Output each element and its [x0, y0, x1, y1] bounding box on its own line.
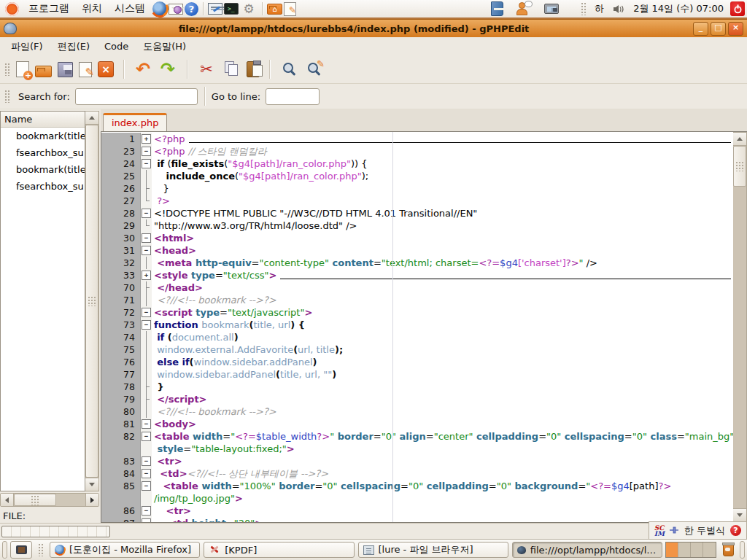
symbol-list-header[interactable]: Name	[1, 112, 85, 128]
menu-edit[interactable]: 편집(E)	[51, 38, 96, 55]
system-menu[interactable]: 시스템	[109, 1, 151, 17]
fold-margin[interactable]: −	[141, 232, 152, 244]
copy-button[interactable]	[222, 60, 241, 79]
fold-margin[interactable]: −	[141, 319, 152, 331]
fold-margin[interactable]: −	[141, 418, 152, 430]
maximize-button[interactable]: □	[711, 22, 726, 36]
fold-minus-icon[interactable]: −	[142, 320, 151, 330]
applications-menu[interactable]: 프로그램	[23, 1, 75, 17]
goto-line-input[interactable]	[266, 88, 320, 105]
symbol-list-item[interactable]: fsearchbox_su	[1, 144, 85, 161]
clock[interactable]: 2월 14일 (수) 07:00	[629, 2, 728, 15]
menu-code[interactable]: Code	[98, 39, 135, 54]
fold-margin[interactable]: −	[141, 145, 152, 158]
paste-button[interactable]	[247, 61, 260, 77]
fold-minus-icon[interactable]: −	[142, 308, 151, 317]
scim-ime-label[interactable]: 한 두벌식	[684, 524, 725, 537]
task-button[interactable]: [KPDF]	[204, 542, 354, 558]
code-area[interactable]: 1+<?php23−<?php // 스타일 랜덤칼라24− if (file_…	[101, 131, 747, 523]
symbol-list-item[interactable]: fsearchbox_su	[1, 178, 85, 195]
fold-plus-icon[interactable]: +	[142, 134, 151, 144]
workspace-4[interactable]	[703, 542, 716, 557]
save-file-button[interactable]	[58, 62, 73, 77]
input-method-indicator[interactable]: 하	[590, 2, 608, 15]
screenshot-icon[interactable]	[544, 4, 559, 14]
places-menu[interactable]: 위치	[76, 1, 108, 17]
cut-button[interactable]	[197, 60, 216, 79]
fold-minus-icon[interactable]: −	[142, 456, 151, 466]
scroll-down-button[interactable]	[733, 508, 746, 521]
undo-button[interactable]	[133, 60, 152, 79]
users-icon[interactable]	[515, 1, 533, 17]
gears-launcher-icon[interactable]	[240, 1, 258, 17]
pin-icon[interactable]	[670, 524, 679, 537]
notes-launcher-icon[interactable]	[284, 2, 296, 16]
scroll-down-button[interactable]	[85, 478, 98, 491]
fold-margin[interactable]: −	[141, 480, 152, 492]
fold-minus-icon[interactable]: −	[142, 419, 151, 429]
help-launcher-icon[interactable]	[185, 2, 198, 16]
searchbar-handle[interactable]	[4, 90, 10, 103]
code-lines[interactable]: 1+<?php23−<?php // 스타일 랜덤칼라24− if (file_…	[101, 132, 733, 522]
fold-minus-icon[interactable]: −	[142, 159, 151, 168]
fold-minus-icon[interactable]: −	[142, 209, 151, 218]
window-list-button[interactable]	[10, 541, 32, 559]
scim-logo-icon[interactable]: SCIM	[654, 525, 665, 537]
save-as-button[interactable]	[79, 62, 92, 77]
fold-minus-icon[interactable]: −	[142, 481, 151, 491]
fold-margin[interactable]: +	[141, 133, 152, 145]
workspace-1[interactable]	[666, 542, 678, 557]
scroll-right-button[interactable]	[85, 494, 98, 506]
task-button[interactable]: [lure - 파일 브라우저]	[358, 542, 508, 558]
fold-minus-icon[interactable]: −	[142, 506, 151, 516]
menu-file[interactable]: 파일(F)	[4, 38, 50, 55]
fold-margin[interactable]: −	[141, 505, 152, 517]
fold-minus-icon[interactable]: −	[142, 432, 151, 441]
fold-margin[interactable]: −	[141, 207, 152, 219]
fold-margin[interactable]: −	[141, 455, 152, 467]
close-button[interactable]: ×	[728, 22, 743, 36]
sidebar-vscroll-thumb[interactable]	[85, 125, 98, 478]
fold-plus-icon[interactable]: +	[142, 271, 151, 280]
redo-button[interactable]	[158, 60, 177, 79]
symbol-list-item[interactable]: bookmark(title	[1, 161, 85, 178]
sidebar-hscroll-thumb[interactable]	[14, 494, 56, 506]
new-file-button[interactable]	[16, 61, 29, 77]
open-file-button[interactable]	[35, 66, 52, 77]
fold-margin[interactable]: −	[141, 467, 152, 480]
workspace-3[interactable]	[691, 542, 703, 557]
fold-margin[interactable]: −	[141, 244, 152, 257]
replace-button[interactable]	[304, 60, 323, 79]
task-button[interactable]: [도훈이집 - Mozilla Firefox]	[50, 542, 200, 558]
volume-icon[interactable]	[610, 1, 627, 17]
fold-margin[interactable]: −	[141, 306, 152, 319]
distro-logo-icon[interactable]	[5, 2, 19, 16]
editor-vscroll-thumb[interactable]	[733, 146, 746, 187]
trash-applet[interactable]	[719, 541, 737, 559]
minimize-button[interactable]: _	[693, 22, 708, 36]
sidebar-vscrollbar[interactable]	[85, 111, 99, 491]
scroll-left-button[interactable]	[1, 494, 14, 506]
sidebar-hscroll-trough[interactable]	[56, 494, 85, 506]
fold-minus-icon[interactable]: −	[142, 147, 151, 156]
scroll-up-button[interactable]	[85, 112, 98, 125]
search-input[interactable]	[75, 88, 198, 105]
fold-minus-icon[interactable]: −	[142, 246, 151, 255]
fold-minus-icon[interactable]: −	[142, 233, 151, 243]
find-button[interactable]	[279, 60, 298, 79]
quit-button[interactable]	[730, 1, 745, 16]
mail-launcher-icon[interactable]	[169, 4, 183, 15]
scim-help-icon[interactable]: ?	[730, 525, 741, 536]
editor-vscrollbar[interactable]	[733, 132, 747, 522]
terminal-launcher-icon[interactable]	[224, 3, 239, 15]
taskbar-edge-handle[interactable]	[2, 541, 7, 559]
fold-margin[interactable]: −	[141, 430, 152, 443]
tab-index-php[interactable]: index.php	[103, 113, 167, 131]
workspace-2[interactable]	[678, 542, 691, 557]
fold-margin[interactable]: −	[141, 517, 152, 522]
toolbar-handle[interactable]	[4, 63, 10, 76]
panel-handle[interactable]	[581, 2, 587, 15]
sidebar-hscrollbar[interactable]	[0, 493, 99, 507]
fold-margin[interactable]: −	[141, 158, 152, 170]
editor-window-launcher-icon[interactable]	[208, 3, 222, 15]
